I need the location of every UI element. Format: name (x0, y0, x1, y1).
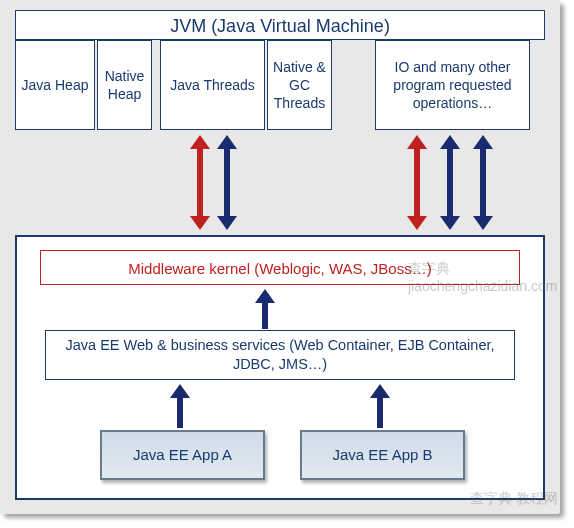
middleware-kernel-box: Middleware kernel (Weblogic, WAS, JBoss…… (40, 250, 520, 285)
arrow-io-kernel-red (412, 135, 422, 230)
io-ops-box: IO and many other program requested oper… (375, 40, 530, 130)
arrow-io-kernel-blue-1 (445, 135, 455, 230)
arrow-services-to-kernel (260, 289, 270, 329)
diagram-canvas: JVM (Java Virtual Machine) Java Heap Nat… (0, 0, 560, 514)
jvm-title-box: JVM (Java Virtual Machine) (15, 10, 545, 40)
arrow-app-b-up (375, 384, 385, 428)
gc-threads-box: Native & GC Threads (267, 40, 332, 130)
arrow-threads-kernel-blue (222, 135, 232, 230)
arrow-app-a-up (175, 384, 185, 428)
ee-services-box: Java EE Web & business services (Web Con… (45, 330, 515, 380)
java-threads-box: Java Threads (160, 40, 265, 130)
arrow-io-kernel-blue-2 (478, 135, 488, 230)
arrow-threads-kernel-red (195, 135, 205, 230)
app-a-box: Java EE App A (100, 430, 265, 480)
app-b-box: Java EE App B (300, 430, 465, 480)
java-heap-box: Java Heap (15, 40, 95, 130)
native-heap-box: Native Heap (97, 40, 152, 130)
